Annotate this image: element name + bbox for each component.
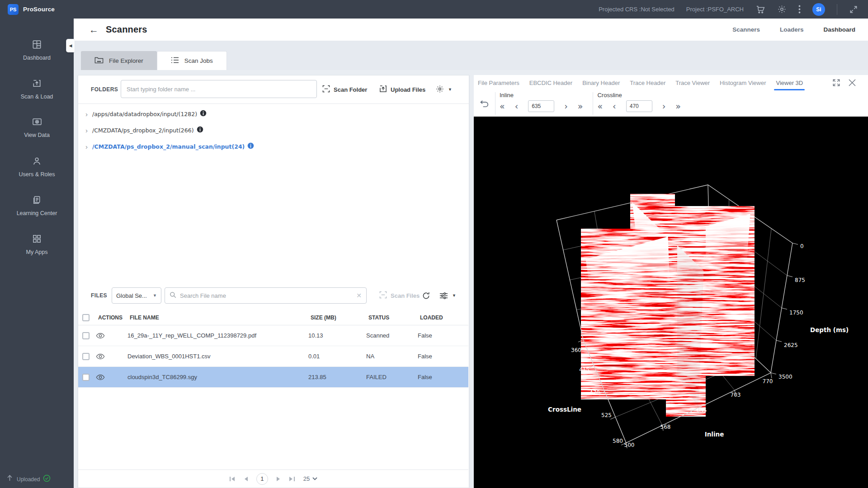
folder-path: /apps/data/datadropbox/input/(1282) [92, 111, 197, 117]
svg-text:635: 635 [697, 407, 707, 413]
file-search-input[interactable] [180, 292, 353, 299]
tab-histogram-viewer[interactable]: Histogram Viewer [720, 80, 766, 86]
file-row[interactable]: Deviation_WBS_0001HST1.csv 0.01 NA False [78, 346, 468, 367]
inline-prev-icon[interactable]: ‹ [515, 102, 519, 111]
tab-trace-header[interactable]: Trace Header [630, 80, 665, 86]
inline-last-icon[interactable]: » [578, 102, 583, 111]
info-icon-blue[interactable] [247, 142, 254, 151]
file-loaded: False [418, 353, 458, 360]
seismic-slices [586, 202, 750, 408]
seismic-3d-scene: 0 875 1750 2625 3500 Depth (ms) 360 415 … [474, 117, 868, 488]
page-size-select[interactable]: 25 [303, 475, 317, 482]
sidebar-item-view-data[interactable]: View Data [0, 112, 74, 150]
row-checkbox[interactable] [82, 332, 90, 339]
sidebar-item-users-roles[interactable]: Users & Roles [0, 150, 74, 189]
tab-trace-viewer[interactable]: Trace Viewer [675, 80, 710, 86]
preview-eye-icon[interactable] [96, 353, 127, 360]
scope-caret-icon: ▼ [153, 293, 157, 298]
sidebar-item-scan-load[interactable]: Scan & Load [0, 73, 74, 112]
preview-eye-icon[interactable] [96, 374, 127, 380]
row-checkbox[interactable] [82, 353, 90, 360]
scan-folder-button[interactable]: Scan Folder [322, 85, 367, 94]
crossline-prev-icon[interactable]: ‹ [613, 102, 616, 111]
tab-file-explorer[interactable]: File Explorer [81, 51, 157, 70]
reset-view-icon[interactable] [474, 90, 495, 117]
file-status: Scanned [366, 332, 418, 339]
next-page-icon[interactable] [276, 476, 281, 482]
sidebar-item-dashboard[interactable]: Dashboard [0, 34, 74, 73]
tab-binary-header[interactable]: Binary Header [582, 80, 620, 86]
files-toolbar: FILES Global Se... ▼ ✕ Scan Files [78, 285, 469, 306]
upload-files-button[interactable]: Upload Files [379, 85, 425, 94]
folder-tree-item[interactable]: › /CMZDATA/ps_dropbox_2/input(266) [85, 123, 203, 137]
header-links: Scanners Loaders Dashboard [732, 26, 868, 33]
folder-path: /CMZDATA/ps_dropbox_2/manual_scan/input(… [92, 143, 245, 150]
chevron-right-icon[interactable]: › [85, 127, 88, 134]
user-avatar[interactable]: Si [812, 3, 825, 16]
folder-search-input[interactable] [121, 80, 317, 98]
clear-search-icon[interactable]: ✕ [356, 292, 362, 299]
scan-folder-label: Scan Folder [334, 86, 367, 93]
prev-page-icon[interactable] [244, 476, 248, 482]
crossline-label: Crossline [597, 92, 680, 99]
preview-eye-icon[interactable] [96, 333, 127, 339]
header-link-scanners[interactable]: Scanners [732, 26, 760, 33]
close-viewer-icon[interactable] [848, 79, 856, 87]
tab-ebcdic-header[interactable]: EBCDIC Header [529, 80, 572, 86]
main-content: ← Scanners Scanners Loaders Dashboard Fi… [74, 19, 868, 488]
crossline-value-input[interactable] [626, 100, 652, 112]
row-checkbox[interactable] [82, 374, 90, 381]
header-link-loaders[interactable]: Loaders [780, 26, 804, 33]
file-loaded: False [418, 332, 458, 339]
info-icon[interactable] [200, 110, 207, 118]
select-all-checkbox[interactable] [82, 314, 90, 321]
upload-status[interactable]: Uploaded [0, 474, 74, 484]
tab-viewer-3d[interactable]: Viewer 3D [776, 80, 803, 86]
fullscreen-icon[interactable] [849, 5, 858, 14]
back-arrow-icon[interactable]: ← [89, 24, 99, 35]
list-icon [171, 56, 179, 65]
inline-value-input[interactable] [528, 100, 554, 112]
file-loaded: False [418, 374, 458, 380]
crossline-first-icon[interactable]: « [597, 102, 603, 111]
file-search-box: ✕ [165, 287, 367, 304]
info-icon[interactable] [197, 126, 203, 135]
seismic-3d-canvas[interactable]: 0 875 1750 2625 3500 Depth (ms) 360 415 … [474, 117, 868, 488]
settings-gear-icon[interactable] [777, 5, 787, 14]
navbar-divider [837, 4, 837, 15]
file-row[interactable]: 16_29a-_11Y_rep_WELL_COMP_112398729.pdf … [78, 325, 468, 346]
chevron-right-icon[interactable]: › [85, 143, 88, 150]
refresh-button[interactable] [422, 291, 430, 300]
top-navbar: PS ProSource Projected CRS :Not Selected… [0, 0, 868, 19]
inline-axis-title: Inline [705, 431, 724, 438]
crossline-next-icon[interactable]: › [662, 102, 666, 111]
folder-tree-item[interactable]: › /apps/data/datadropbox/input/(1282) [85, 107, 207, 121]
tab-file-parameters[interactable]: File Parameters [478, 80, 519, 86]
cart-icon[interactable] [755, 5, 765, 14]
filter-sliders-button[interactable]: ▼ [439, 291, 456, 300]
file-row-selected[interactable]: cloudspin3d_TC86299.sgy 213.85 FAILED Fa… [78, 367, 468, 388]
expand-viewer-icon[interactable] [832, 79, 840, 87]
last-page-icon[interactable] [289, 476, 295, 482]
sidebar-item-my-apps[interactable]: My Apps [0, 228, 74, 267]
inline-first-icon[interactable]: « [500, 102, 505, 111]
folder-tree-item-selected[interactable]: › /CMZDATA/ps_dropbox_2/manual_scan/inpu… [85, 140, 254, 153]
search-icon [170, 291, 176, 300]
sidebar-item-learning-center[interactable]: Learning Center [0, 189, 74, 228]
tab-scan-jobs[interactable]: Scan Jobs [157, 51, 227, 70]
column-file-name: FILE NAME [130, 314, 311, 321]
folders-toolbar: FOLDERS Scan Folder Upload Files ▼ [78, 75, 469, 103]
crossline-last-icon[interactable]: » [675, 102, 681, 111]
svg-text:470: 470 [590, 389, 600, 396]
header-link-dashboard[interactable]: Dashboard [823, 26, 855, 33]
current-page-indicator[interactable]: 1 [256, 473, 268, 485]
kebab-menu-icon[interactable] [798, 5, 801, 14]
first-page-icon[interactable] [229, 476, 236, 482]
folders-settings-button[interactable]: ▼ [435, 84, 452, 95]
search-scope-select[interactable]: Global Se... ▼ [112, 287, 161, 304]
scan-files-button-disabled[interactable]: Scan Files [379, 291, 420, 300]
chevron-right-icon[interactable]: › [85, 110, 88, 118]
column-loaded: LOADED [420, 314, 461, 321]
sidebar-collapse-button[interactable]: ◀ [66, 39, 75, 52]
inline-next-icon[interactable]: › [564, 102, 568, 111]
